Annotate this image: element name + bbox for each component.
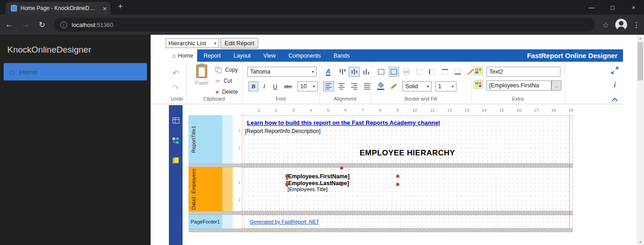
- tab-components[interactable]: Components: [282, 53, 327, 59]
- scrollbar-thumb[interactable]: [638, 42, 643, 80]
- strikethrough-button[interactable]: abc: [281, 81, 295, 91]
- report-tree-icon[interactable]: [169, 134, 183, 146]
- window-close-button[interactable]: ×: [623, 0, 644, 15]
- sidebar-item-home[interactable]: ⌂ Home: [4, 63, 147, 80]
- report-title-object[interactable]: EMPLOYEE HIERARCHY: [242, 149, 572, 158]
- paste-button[interactable]: Paste: [191, 64, 213, 85]
- selection-handle[interactable]: [340, 183, 343, 186]
- window-maximize-button[interactable]: □: [602, 0, 623, 15]
- report-select[interactable]: Hierarchic List ▾: [166, 38, 219, 48]
- undo-button[interactable]: ↶: [170, 68, 182, 79]
- band-page-footer[interactable]: PageFooter1: [188, 215, 222, 229]
- redo-button[interactable]: ↷: [170, 82, 182, 93]
- font-family-select[interactable]: Tahoma ▾: [247, 67, 317, 77]
- font-size-select[interactable]: 10 ▾: [298, 81, 318, 91]
- align-justify-button[interactable]: [361, 81, 372, 91]
- tab-layout[interactable]: Layout: [227, 53, 257, 59]
- align-right-button[interactable]: [349, 81, 360, 91]
- bold-label: B: [251, 83, 256, 90]
- scroll-down-icon[interactable]: ▼: [637, 239, 644, 245]
- font-color-button[interactable]: A: [323, 67, 333, 77]
- academy-link-object[interactable]: Learn how to build this report on the Fa…: [247, 119, 440, 126]
- strikethrough-label: abc: [284, 84, 292, 89]
- border-inner-button[interactable]: [402, 67, 412, 77]
- new-tab-button[interactable]: +: [118, 1, 123, 11]
- edit-report-button[interactable]: Edit Report: [220, 38, 258, 48]
- info-icon[interactable]: i: [610, 80, 620, 90]
- underline-button[interactable]: U: [270, 81, 280, 91]
- ruler-number: 7: [354, 107, 372, 114]
- border-none-button[interactable]: [414, 67, 424, 77]
- back-button[interactable]: ←: [2, 20, 16, 29]
- tab-favicon-icon: [11, 5, 17, 11]
- brush-button[interactable]: [388, 81, 399, 91]
- tab-bands[interactable]: Bands: [327, 53, 356, 59]
- style-icon-button[interactable]: [474, 67, 483, 75]
- page-footer-band-area[interactable]: Generated by FastReport .NET: [242, 215, 573, 229]
- line-width-select[interactable]: 1 ▾: [435, 81, 456, 91]
- window-minimize-button[interactable]: —: [581, 0, 602, 15]
- band-separator: [188, 164, 573, 167]
- chevron-down-icon: ▾: [450, 84, 454, 89]
- footer-link-object[interactable]: Generated by FastReport .NET: [250, 219, 319, 224]
- tab-close-icon[interactable]: ×: [103, 5, 107, 12]
- scroll-up-icon[interactable]: ▲: [637, 35, 644, 41]
- data-dictionary-icon[interactable]: [169, 154, 183, 166]
- valign-top-button[interactable]: [337, 67, 348, 77]
- tab-home[interactable]: ⌂ Home: [168, 49, 197, 62]
- border-outer-button[interactable]: [389, 67, 399, 77]
- first-name-object[interactable]: [Employees.FirstName]: [286, 173, 350, 180]
- selection-handle[interactable]: [396, 175, 399, 178]
- delete-button[interactable]: × Delete: [215, 88, 238, 96]
- bookmark-star-icon[interactable]: ☆: [602, 21, 609, 29]
- site-info-icon[interactable]: i: [60, 21, 67, 28]
- report-view-icon[interactable]: [169, 114, 183, 126]
- brush-icon: [390, 84, 397, 90]
- italic-button[interactable]: I: [259, 81, 269, 91]
- border-left-button[interactable]: [427, 67, 437, 77]
- selection-handle[interactable]: [396, 183, 399, 186]
- fill-color-button[interactable]: [375, 81, 386, 91]
- selection-handle[interactable]: [340, 166, 343, 170]
- valign-bottom-button[interactable]: [361, 67, 372, 77]
- cut-button[interactable]: ✂ Cut: [215, 77, 232, 85]
- address-bar[interactable]: i localhost:51360: [54, 18, 595, 32]
- report-title-band-area[interactable]: Learn how to build this report on the Fa…: [242, 115, 573, 164]
- selection-handle[interactable]: [285, 175, 288, 178]
- report-description-object[interactable]: [Report.ReportInfo.Description]: [245, 128, 320, 134]
- band-separator: [188, 229, 573, 232]
- tab-report[interactable]: Report: [197, 53, 227, 59]
- border-bottom-button[interactable]: [453, 67, 463, 77]
- forward-button[interactable]: →: [18, 20, 33, 29]
- line-style-select[interactable]: Solid ▾: [403, 81, 432, 91]
- border-all-button[interactable]: [376, 67, 386, 77]
- cut-scissors-icon: ✂: [215, 78, 220, 85]
- copy-button[interactable]: Copy: [215, 66, 238, 74]
- expression-input[interactable]: [487, 80, 551, 91]
- border-top-button[interactable]: [440, 67, 450, 77]
- employee-title-object[interactable]: [Employees.Title]: [288, 186, 328, 192]
- last-name-object[interactable]: [Employees.LastName]: [286, 180, 349, 186]
- expression-more-button[interactable]: ...: [551, 80, 561, 91]
- band-vertical-ruler: 12: [234, 115, 242, 164]
- object-name-input[interactable]: [487, 67, 560, 77]
- collapse-ribbon-icon[interactable]: [610, 95, 620, 105]
- browser-menu-icon[interactable]: ⋮: [633, 21, 640, 29]
- profile-avatar[interactable]: [615, 19, 627, 31]
- band-report-title[interactable]: ReportTitle1: [188, 115, 222, 164]
- align-left-button[interactable]: [323, 81, 334, 91]
- bold-button[interactable]: B: [248, 81, 258, 91]
- band-data[interactable]: Data1: Employees: [188, 167, 222, 211]
- reload-button[interactable]: ↻: [35, 20, 49, 30]
- valign-middle-button[interactable]: [349, 67, 360, 77]
- band-name-data: Data1: Employees: [191, 169, 196, 210]
- tab-view[interactable]: View: [257, 53, 282, 59]
- band-stripe: [222, 167, 233, 211]
- selection-handle[interactable]: [285, 183, 288, 186]
- expression-icon-button[interactable]: [474, 80, 483, 89]
- fullscreen-icon[interactable]: [610, 65, 620, 75]
- ruler-number: 11: [424, 107, 441, 114]
- data-band-area[interactable]: [Employees.FirstName] [Employees.LastNam…: [242, 167, 573, 211]
- align-center-button[interactable]: [336, 81, 347, 91]
- browser-tab[interactable]: Home Page - KnockOnlineDesign ×: [5, 2, 110, 15]
